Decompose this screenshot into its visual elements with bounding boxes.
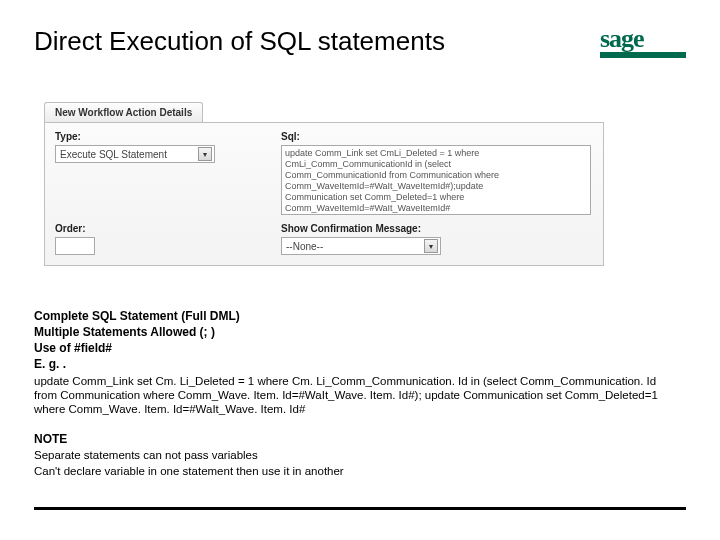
notes-block: Complete SQL Statement (Full DML) Multip… bbox=[34, 308, 686, 478]
workflow-panel: New Workflow Action Details Type: Execut… bbox=[44, 102, 604, 266]
confirm-label: Show Confirmation Message: bbox=[281, 223, 593, 234]
note-bullet-3: Use of #field# bbox=[34, 340, 686, 356]
brand-logo: sage bbox=[600, 24, 686, 58]
note-bullet-4: E. g. . bbox=[34, 356, 686, 372]
note-bullet-2: Multiple Statements Allowed (; ) bbox=[34, 324, 686, 340]
note-heading: NOTE bbox=[34, 432, 686, 446]
confirm-select[interactable]: --None-- ▾ bbox=[281, 237, 441, 255]
footer-rule bbox=[34, 507, 686, 510]
panel-body: Type: Execute SQL Statement ▾ Sql: updat… bbox=[44, 122, 604, 266]
type-label: Type: bbox=[55, 131, 255, 142]
brand-logo-bar bbox=[600, 52, 686, 58]
order-label: Order: bbox=[55, 223, 255, 234]
slide-header: Direct Execution of SQL statements sage bbox=[34, 26, 686, 58]
chevron-down-icon: ▾ bbox=[424, 239, 438, 253]
chevron-down-icon: ▾ bbox=[198, 147, 212, 161]
note-line-2: Can't declare variable in one statement … bbox=[34, 464, 674, 478]
note-line-1: Separate statements can not pass variabl… bbox=[34, 448, 674, 462]
sql-textarea[interactable]: update Comm_Link set CmLi_Deleted = 1 wh… bbox=[281, 145, 591, 215]
note-bullet-1: Complete SQL Statement (Full DML) bbox=[34, 308, 686, 324]
order-input[interactable] bbox=[55, 237, 95, 255]
example-sql-text: update Comm_Link set Cm. Li_Deleted = 1 … bbox=[34, 374, 674, 416]
type-select-value: Execute SQL Statement bbox=[60, 149, 167, 160]
type-select[interactable]: Execute SQL Statement ▾ bbox=[55, 145, 215, 163]
confirm-select-value: --None-- bbox=[286, 241, 323, 252]
sql-label: Sql: bbox=[281, 131, 593, 142]
slide-title: Direct Execution of SQL statements bbox=[34, 26, 445, 57]
panel-tab[interactable]: New Workflow Action Details bbox=[44, 102, 203, 122]
brand-logo-text: sage bbox=[600, 24, 644, 54]
